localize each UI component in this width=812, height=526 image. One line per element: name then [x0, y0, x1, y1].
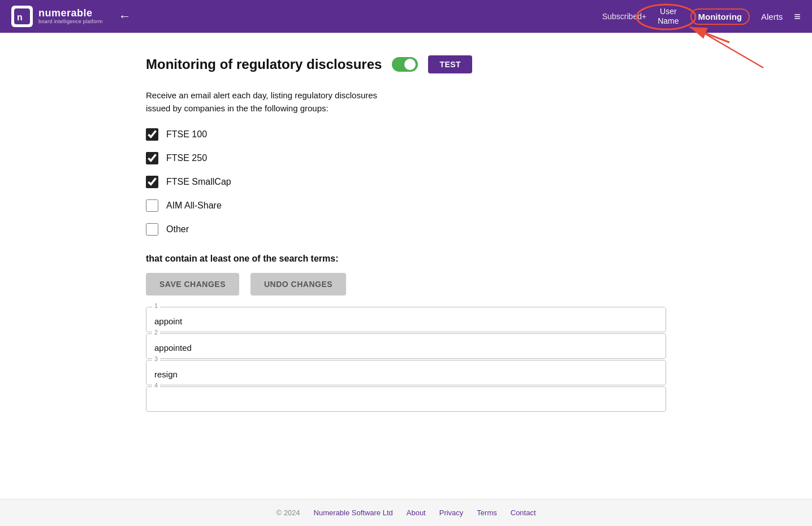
logo-name: numerable — [38, 8, 103, 19]
footer-terms[interactable]: Terms — [477, 508, 496, 517]
search-term-field-2: 2 — [146, 333, 666, 359]
logo: n numerable board intelligence platform — [11, 6, 103, 27]
checkbox-aim[interactable]: AIM All-Share — [146, 199, 666, 212]
header-right: Subscribed+ UserName Monitoring Alerts ≡ — [602, 7, 801, 26]
search-term-input-1[interactable] — [146, 307, 666, 332]
checkbox-ftse250[interactable]: FTSE 250 — [146, 152, 666, 164]
test-button[interactable]: TEST — [428, 55, 472, 73]
menu-button[interactable]: ≡ — [794, 10, 801, 23]
search-term-input-2[interactable] — [146, 334, 666, 358]
header: n numerable board intelligence platform … — [0, 0, 812, 33]
search-term-label-1: 1 — [152, 302, 160, 309]
footer-privacy[interactable]: Privacy — [439, 508, 464, 517]
svg-text:n: n — [17, 12, 23, 22]
checkbox-ftse-smallcap[interactable]: FTSE SmallCap — [146, 176, 666, 188]
checkbox-ftse-smallcap-input[interactable] — [146, 176, 158, 188]
search-terms-title: that contain at least one of the search … — [146, 254, 666, 264]
footer-company[interactable]: Numerable Software Ltd — [314, 508, 393, 517]
checkbox-ftse100-input[interactable] — [146, 128, 158, 141]
checkbox-other[interactable]: Other — [146, 223, 666, 236]
alerts-label[interactable]: Alerts — [761, 12, 783, 21]
logo-tagline: board intelligence platform — [38, 19, 103, 25]
checkbox-aim-label: AIM All-Share — [166, 201, 222, 211]
search-term-input-4[interactable] — [146, 387, 666, 411]
search-term-label-4: 4 — [152, 382, 160, 389]
search-term-field-1: 1 — [146, 307, 666, 332]
search-terms-section: that contain at least one of the search … — [135, 254, 677, 412]
footer-about[interactable]: About — [407, 508, 426, 517]
checkbox-ftse250-input[interactable] — [146, 152, 158, 164]
monitoring-label[interactable]: Monitoring — [690, 8, 750, 25]
undo-changes-button[interactable]: UNDO CHANGES — [250, 273, 346, 295]
page-title: Monitoring of regulatory disclosures — [146, 56, 382, 72]
subscribed-label: Subscribed+ — [602, 12, 646, 21]
monitoring-toggle[interactable] — [392, 57, 418, 72]
checkbox-other-input[interactable] — [146, 223, 158, 236]
logo-text: numerable board intelligence platform — [38, 8, 103, 25]
search-term-field-3: 3 — [146, 360, 666, 385]
checkbox-ftse100[interactable]: FTSE 100 — [146, 128, 666, 141]
checkbox-ftse250-label: FTSE 250 — [166, 153, 207, 163]
footer: © 2024 Numerable Software Ltd About Priv… — [0, 499, 812, 526]
checkbox-ftse100-label: FTSE 100 — [166, 129, 207, 140]
username-label: UserName — [658, 7, 679, 26]
checkbox-ftse-smallcap-label: FTSE SmallCap — [166, 177, 231, 187]
checkbox-group: FTSE 100 FTSE 250 FTSE SmallCap AIM All-… — [135, 128, 677, 236]
checkbox-aim-input[interactable] — [146, 199, 158, 212]
search-term-label-2: 2 — [152, 329, 160, 336]
logo-icon: n — [11, 6, 33, 27]
main-content: Monitoring of regulatory disclosures TES… — [135, 33, 677, 499]
back-button[interactable]: ← — [114, 7, 136, 26]
action-buttons: SAVE CHANGES UNDO CHANGES — [146, 273, 666, 295]
save-changes-button[interactable]: SAVE CHANGES — [146, 273, 239, 295]
svg-line-5 — [696, 28, 763, 68]
checkbox-other-label: Other — [166, 224, 189, 234]
search-term-field-4: 4 — [146, 386, 666, 412]
footer-copyright: © 2024 — [276, 508, 300, 517]
search-term-label-3: 3 — [152, 355, 160, 362]
page-title-row: Monitoring of regulatory disclosures TES… — [135, 55, 677, 73]
toggle-slider — [392, 57, 418, 72]
search-term-input-3[interactable] — [146, 360, 666, 385]
footer-contact[interactable]: Contact — [511, 508, 536, 517]
description: Receive an email alert each day, listing… — [135, 89, 677, 115]
